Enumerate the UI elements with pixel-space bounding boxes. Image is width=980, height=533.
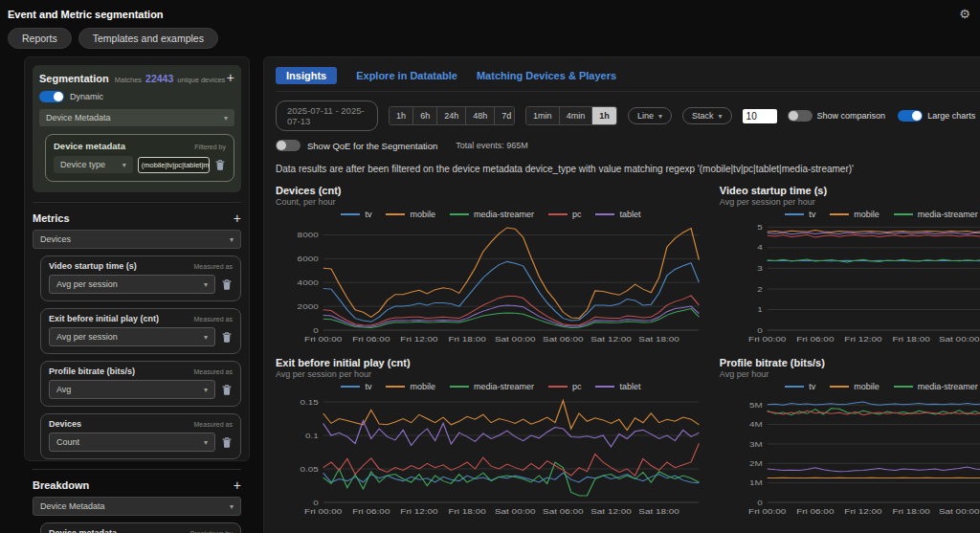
add-metric-icon[interactable]: +	[234, 213, 241, 223]
resolution-button-1h[interactable]: 1h	[592, 107, 617, 124]
legend-swatch	[894, 386, 913, 388]
resolution-button-1min[interactable]: 1min	[526, 107, 560, 124]
legend-item-media-streamer[interactable]: media-streamer	[450, 382, 534, 391]
date-range-input[interactable]: 2025-07-11 - 2025-07-13	[276, 100, 378, 131]
legend-swatch	[785, 386, 804, 388]
chart-title: Video startup time (s)	[720, 185, 980, 196]
divider	[33, 202, 241, 203]
tab-explore-in-datatable[interactable]: Explore in Datatable	[356, 70, 457, 81]
dynamic-label: Dynamic	[70, 92, 103, 101]
legend-item-tablet[interactable]: tablet	[595, 382, 640, 391]
range-button-7d[interactable]: 7d	[495, 107, 515, 124]
metric-card-video-startup-time-s: Video startup time (s)Measured asAvg per…	[40, 255, 241, 301]
range-button-1h[interactable]: 1h	[390, 107, 413, 124]
svg-text:Fri 00:00: Fri 00:00	[748, 335, 786, 344]
series-line-tablet	[768, 233, 980, 234]
legend-swatch	[341, 213, 360, 215]
add-segmentation-icon[interactable]: +	[227, 73, 234, 82]
legend-item-mobile[interactable]: mobile	[830, 382, 880, 391]
chart-legend: tvmobilemedia-streamerpctablet	[720, 382, 980, 391]
add-breakdown-icon[interactable]: +	[234, 480, 241, 490]
metric-measure-select[interactable]: Avg per session▾	[49, 327, 215, 346]
legend-item-media-streamer[interactable]: media-streamer	[894, 210, 978, 219]
filtered-by-label: Filtered by	[194, 144, 226, 150]
legend-label: mobile	[410, 382, 435, 391]
dynamic-toggle[interactable]	[39, 91, 64, 102]
legend-label: tablet	[619, 210, 640, 219]
legend-swatch	[548, 213, 568, 215]
chart-title: Profile bitrate (bits/s)	[720, 357, 980, 368]
legend-label: tablet	[619, 382, 640, 391]
filter-regexp-input[interactable]: (mobile|tv|pc|tablet|media-streame	[138, 157, 210, 173]
chart-legend: tvmobilemedia-streamerpctablet	[276, 210, 706, 219]
gear-icon[interactable]: ⚙	[959, 7, 970, 21]
chart-type-select[interactable]: Line▾	[628, 107, 672, 124]
metric-measure-select[interactable]: Count▾	[49, 433, 215, 452]
svg-text:Fri 18:00: Fri 18:00	[448, 335, 485, 344]
templates-button[interactable]: Templates and examples	[78, 28, 218, 49]
chart-profile-bitrate-bits-s: Profile bitrate (bits/s)Avg per hourtvmo…	[720, 357, 980, 520]
svg-text:4M: 4M	[749, 420, 763, 429]
legend-item-pc[interactable]: pc	[548, 382, 582, 391]
svg-text:Fri 12:00: Fri 12:00	[844, 335, 881, 344]
legend-item-media-streamer[interactable]: media-streamer	[894, 382, 978, 391]
matches-label: Matches	[115, 76, 142, 84]
range-button-6h[interactable]: 6h	[413, 107, 437, 124]
metric-card-exit-before-initial-play-cnt: Exit before initial play (cnt)Measured a…	[40, 308, 241, 354]
legend-item-mobile[interactable]: mobile	[386, 210, 435, 219]
legend-label: mobile	[854, 210, 880, 219]
chart-devices-cnt: Devices (cnt)Count, per hourtvmobilemedi…	[276, 185, 706, 347]
legend-item-tv[interactable]: tv	[341, 210, 371, 219]
resolution-button-4min[interactable]: 4min	[560, 107, 593, 124]
series-limit-input[interactable]	[743, 109, 777, 123]
legend-swatch	[450, 386, 469, 388]
legend-item-media-streamer[interactable]: media-streamer	[450, 210, 534, 219]
svg-text:Fri 06:00: Fri 06:00	[352, 507, 390, 516]
stack-select[interactable]: Stack▾	[682, 107, 732, 124]
range-button-24h[interactable]: 24h	[437, 107, 466, 124]
tab-matching-devices-players[interactable]: Matching Devices & Players	[477, 70, 616, 81]
legend-item-tv[interactable]: tv	[785, 210, 815, 219]
trash-icon[interactable]	[221, 384, 233, 396]
metrics-category-select[interactable]: Devices▾	[33, 230, 241, 249]
svg-text:1M: 1M	[749, 478, 763, 487]
trash-icon[interactable]	[221, 278, 233, 291]
metric-measure-select[interactable]: Avg▾	[49, 380, 215, 399]
svg-text:Fri 12:00: Fri 12:00	[400, 507, 437, 516]
large-charts-toggle[interactable]	[898, 110, 923, 122]
breakdown-category-select[interactable]: Device Metadata▾	[33, 497, 241, 516]
legend-swatch	[595, 213, 614, 215]
svg-text:Sat 00:00: Sat 00:00	[939, 335, 980, 344]
svg-text:Sat 18:00: Sat 18:00	[638, 335, 679, 344]
legend-item-mobile[interactable]: mobile	[386, 382, 435, 391]
device-type-select[interactable]: Device type▾	[54, 156, 133, 173]
show-comparison-toggle[interactable]	[788, 110, 813, 122]
segmentation-category-select[interactable]: Device Metadata▾	[39, 109, 234, 126]
legend-item-tv[interactable]: tv	[341, 382, 371, 391]
legend-item-pc[interactable]: pc	[548, 210, 582, 219]
tab-insights[interactable]: Insights	[276, 67, 337, 84]
metric-measure-select[interactable]: Avg per session▾	[49, 275, 215, 294]
trash-icon[interactable]	[221, 436, 233, 449]
measured-as-label: Measured as	[194, 368, 233, 375]
chart-legend: tvmobilemedia-streamerpctablet	[276, 382, 706, 391]
chart-title: Exit before initial play (cnt)	[276, 357, 706, 368]
reports-button[interactable]: Reports	[8, 28, 72, 49]
chevron-down-icon: ▾	[719, 112, 723, 121]
trash-icon[interactable]	[221, 331, 233, 344]
trash-icon[interactable]	[214, 159, 226, 171]
legend-item-tablet[interactable]: tablet	[595, 210, 640, 219]
legend-item-tv[interactable]: tv	[785, 382, 815, 391]
svg-text:Fri 18:00: Fri 18:00	[892, 335, 929, 344]
chart-subtitle: Avg per session per hour	[720, 197, 980, 207]
chevron-down-icon: ▾	[658, 112, 662, 121]
qoe-toggle[interactable]	[276, 140, 301, 151]
legend-swatch	[386, 386, 405, 388]
svg-text:3: 3	[757, 264, 763, 273]
legend-item-mobile[interactable]: mobile	[830, 210, 880, 219]
breakdown-title: Breakdown	[33, 479, 89, 491]
svg-text:Fri 06:00: Fri 06:00	[352, 335, 390, 344]
series-line-pc	[768, 234, 980, 237]
legend-swatch	[386, 213, 405, 215]
range-button-48h[interactable]: 48h	[466, 107, 495, 124]
